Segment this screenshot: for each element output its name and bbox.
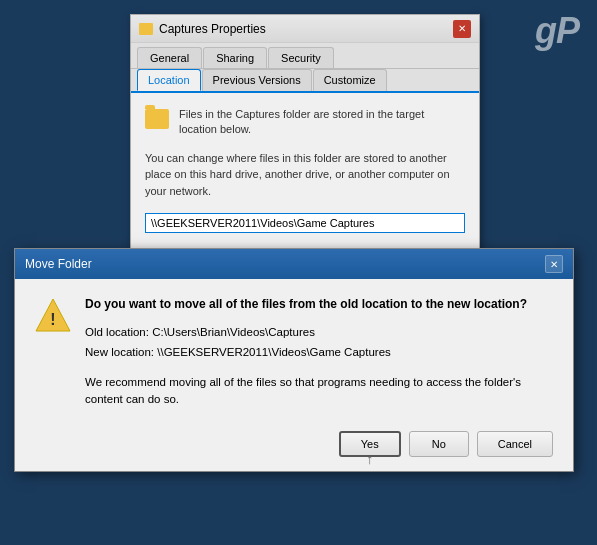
move-dialog-buttons: Yes ↑ No Cancel	[35, 423, 553, 457]
move-cancel-button[interactable]: Cancel	[477, 431, 553, 457]
move-dialog-content: ! Do you want to move all of the files f…	[15, 279, 573, 471]
properties-titlebar: Captures Properties ✕	[131, 15, 479, 43]
warning-icon: !	[35, 297, 71, 333]
folder-icon	[139, 23, 153, 35]
move-question: Do you want to move all of the files fro…	[85, 295, 553, 313]
move-dialog-title: Move Folder	[25, 257, 92, 271]
new-location-label: New location:	[85, 346, 154, 358]
tab-general[interactable]: General	[137, 47, 202, 68]
new-location-value: \\GEEKSERVER2011\Videos\Game Captures	[157, 346, 391, 358]
move-folder-dialog: Move Folder ✕ ! Do you want to move all …	[14, 248, 574, 472]
no-button[interactable]: No	[409, 431, 469, 457]
tab-location[interactable]: Location	[137, 69, 201, 91]
move-dialog-body: ! Do you want to move all of the files f…	[35, 295, 553, 409]
move-dialog-titlebar: Move Folder ✕	[15, 249, 573, 279]
info-text: Files in the Captures folder are stored …	[179, 107, 465, 138]
tab-sharing[interactable]: Sharing	[203, 47, 267, 68]
properties-dialog-title: Captures Properties	[159, 22, 266, 36]
move-locations: Old location: C:\Users\Brian\Videos\Capt…	[85, 323, 553, 362]
properties-content: Files in the Captures folder are stored …	[131, 93, 479, 249]
svg-text:!: !	[50, 311, 55, 328]
move-note: We recommend moving all of the files so …	[85, 374, 553, 409]
properties-close-button[interactable]: ✕	[453, 20, 471, 38]
tab-previous-versions[interactable]: Previous Versions	[202, 69, 312, 91]
old-location-label: Old location:	[85, 326, 149, 338]
bottom-tab-strip: Location Previous Versions Customize	[131, 69, 479, 93]
move-dialog-text: Do you want to move all of the files fro…	[85, 295, 553, 409]
tab-security[interactable]: Security	[268, 47, 334, 68]
path-input[interactable]	[145, 213, 465, 233]
tab-customize[interactable]: Customize	[313, 69, 387, 91]
info-box: Files in the Captures folder are stored …	[145, 107, 465, 138]
description-text: You can change where files in this folde…	[145, 150, 465, 200]
watermark: gP	[535, 10, 579, 52]
top-tab-strip: General Sharing Security	[131, 43, 479, 69]
yes-button[interactable]: Yes	[339, 431, 401, 457]
folder-icon-large	[145, 109, 169, 129]
old-location-value: C:\Users\Brian\Videos\Captures	[152, 326, 315, 338]
move-dialog-close-button[interactable]: ✕	[545, 255, 563, 273]
